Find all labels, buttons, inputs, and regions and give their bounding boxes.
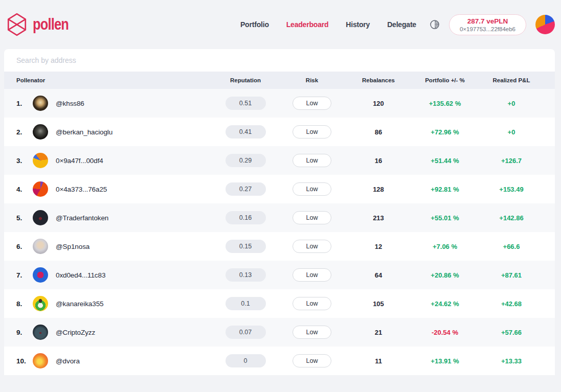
rebalances-value: 128 — [345, 186, 412, 193]
table-header: Pollenator Reputation Risk Rebalances Po… — [4, 72, 555, 89]
rank-label: 2. — [12, 128, 33, 136]
reputation-badge: 0.13 — [226, 268, 266, 282]
reputation-cell: 0.41 — [212, 125, 279, 139]
pollenator-name: @CriptoZyzz — [56, 329, 95, 336]
pollenator-name: @Sp1nosa — [56, 243, 89, 250]
table-row[interactable]: 9. @CriptoZyzz 0.07 Low 21 -20.54 % +57.… — [4, 318, 555, 347]
rank-label: 4. — [12, 186, 33, 193]
reputation-cell: 0.15 — [212, 240, 279, 253]
risk-cell: Low — [279, 297, 345, 310]
reputation-cell: 0.1 — [212, 297, 279, 310]
search-input[interactable] — [16, 56, 543, 64]
risk-cell: Low — [279, 125, 345, 139]
reputation-badge: 0 — [226, 354, 266, 367]
pollenator-avatar — [33, 96, 48, 111]
nav-item[interactable]: Portfolio — [240, 20, 269, 29]
pollenator-cell: @berkan_hacioglu — [33, 124, 212, 140]
reputation-badge: 0.1 — [226, 297, 266, 310]
table-row[interactable]: 10. @dvora 0 Low 11 +13.91 % +13.33 — [4, 347, 555, 375]
risk-badge: Low — [293, 354, 331, 367]
table-row[interactable]: 6. @Sp1nosa 0.15 Low 12 +7.06 % +66.6 — [4, 232, 555, 261]
risk-badge: Low — [293, 268, 331, 282]
risk-badge: Low — [293, 182, 331, 196]
table-row[interactable]: 2. @berkan_hacioglu 0.41 Low 86 +72.96 %… — [4, 118, 555, 146]
rank-label: 1. — [12, 100, 33, 107]
top-bar: pollen Portfolio Leaderboard History Del… — [0, 0, 561, 49]
realized-pnl-value: +13.33 — [478, 357, 545, 365]
main-nav: Portfolio Leaderboard History Delegate — [240, 20, 416, 29]
rank-label: 3. — [12, 157, 33, 165]
rebalances-value: 11 — [345, 357, 412, 365]
portfolio-change-value: +20.86 % — [412, 271, 478, 279]
table-row[interactable]: 5. @Traderfantoken 0.16 Low 213 +55.01 %… — [4, 203, 555, 232]
column-header-risk: Risk — [279, 77, 345, 83]
column-header-rebalances: Rebalances — [345, 77, 412, 83]
realized-pnl-value: +126.7 — [478, 157, 545, 165]
nav-item[interactable]: Delegate — [387, 20, 416, 29]
column-header-reputation: Reputation — [212, 77, 279, 83]
table-row[interactable]: 3. 0×9a47f...00df4 0.29 Low 16 +51.44 % … — [4, 146, 555, 175]
column-header-pollenator: Pollenator — [12, 77, 212, 83]
risk-cell: Low — [279, 182, 345, 196]
table-row[interactable]: 1. @khss86 0.51 Low 120 +135.62 % +0 — [4, 89, 555, 118]
risk-cell: Low — [279, 240, 345, 253]
reputation-cell: 0.16 — [212, 211, 279, 224]
pollenator-avatar — [33, 239, 48, 254]
realized-pnl-value: +0 — [478, 128, 545, 136]
risk-cell: Low — [279, 154, 345, 167]
nav-item[interactable]: History — [346, 20, 370, 29]
risk-badge: Low — [293, 240, 331, 253]
pollenator-name: @kanareika355 — [56, 300, 103, 308]
rebalances-value: 86 — [345, 128, 412, 136]
pollenator-avatar — [33, 325, 48, 340]
pollenator-name: 0×9a47f...00df4 — [56, 157, 103, 165]
reputation-cell: 0.27 — [212, 182, 279, 196]
pollenator-cell: @khss86 — [33, 96, 212, 111]
risk-cell: Low — [279, 211, 345, 224]
pollenator-avatar — [33, 210, 48, 225]
realized-pnl-value: +66.6 — [478, 243, 545, 250]
nav-item[interactable]: Leaderboard — [286, 20, 329, 29]
risk-cell: Low — [279, 97, 345, 110]
risk-badge: Low — [293, 154, 331, 167]
wallet-pill[interactable]: 287.7 vePLN 0×197753...22f84eb6 — [449, 14, 526, 35]
reputation-cell: 0.29 — [212, 154, 279, 167]
brand-logo[interactable]: pollen — [6, 13, 76, 36]
pollenator-avatar — [33, 181, 48, 197]
reputation-cell: 0.13 — [212, 268, 279, 282]
realized-pnl-value: +0 — [478, 100, 545, 107]
column-header-portfolio: Portfolio +/- % — [412, 77, 478, 83]
pollenator-name: @Traderfantoken — [56, 214, 108, 222]
risk-cell: Low — [279, 326, 345, 339]
pollenator-name: 0×4a373...76a25 — [56, 186, 107, 193]
pollenator-name: @dvora — [56, 357, 80, 365]
risk-badge: Low — [293, 97, 331, 110]
reputation-cell: 0.51 — [212, 97, 279, 110]
rebalances-value: 12 — [345, 243, 412, 250]
rebalances-value: 120 — [345, 100, 412, 107]
rebalances-value: 105 — [345, 300, 412, 308]
portfolio-change-value: +135.62 % — [412, 100, 478, 107]
realized-pnl-value: +142.86 — [478, 214, 545, 222]
risk-cell: Low — [279, 354, 345, 367]
portfolio-change-value: +13.91 % — [412, 357, 478, 365]
rank-label: 8. — [12, 300, 33, 308]
table-row[interactable]: 4. 0×4a373...76a25 0.27 Low 128 +92.81 %… — [4, 175, 555, 203]
leaderboard-card: Pollenator Reputation Risk Rebalances Po… — [4, 49, 555, 375]
reputation-badge: 0.41 — [226, 125, 266, 139]
pollenator-cell: @CriptoZyzz — [33, 325, 212, 340]
table-row[interactable]: 7. 0xd0ed4...11c83 0.13 Low 64 +20.86 % … — [4, 261, 555, 289]
wallet-balance: 287.7 vePLN — [460, 17, 515, 25]
rank-label: 5. — [12, 214, 33, 222]
risk-badge: Low — [293, 211, 331, 224]
realized-pnl-value: +57.66 — [478, 329, 545, 336]
table-row[interactable]: 8. @kanareika355 0.1 Low 105 +24.62 % +4… — [4, 289, 555, 318]
reputation-badge: 0.51 — [226, 97, 266, 110]
pollenator-cell: @kanareika355 — [33, 296, 212, 311]
pollenator-avatar — [33, 353, 48, 368]
user-avatar[interactable] — [535, 15, 555, 34]
contrast-theme-icon[interactable] — [430, 19, 440, 30]
portfolio-change-value: +7.06 % — [412, 243, 478, 250]
rank-label: 7. — [12, 271, 33, 279]
pollenator-cell: 0×4a373...76a25 — [33, 181, 212, 197]
